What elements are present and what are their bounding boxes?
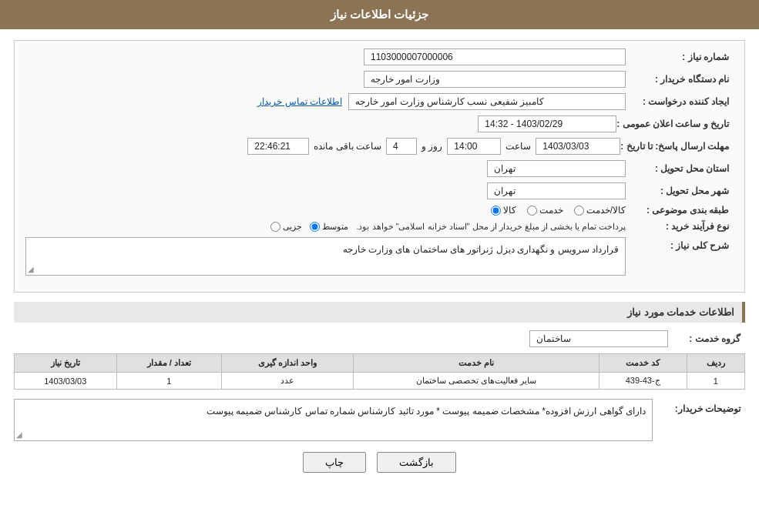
category-option-kala[interactable]: کالا: [491, 205, 516, 216]
cell-code: ج-43-439: [599, 373, 687, 390]
services-table: ردیف کد خدمت نام خدمت واحد اندازه گیری ت…: [14, 353, 745, 390]
col-date: تاریخ نیاز: [15, 354, 117, 373]
buyer-org-row: نام دستگاه خریدار : وزارت امور خارجه: [25, 71, 734, 88]
cell-date: 1403/03/03: [15, 373, 117, 390]
requester-value: کامبیز شفیعی نسب کارشناس وزارت امور خارج…: [348, 93, 626, 110]
buyer-resize-icon: ◢: [16, 430, 22, 439]
date-label: تاریخ و ساعت اعلان عمومی :: [616, 119, 734, 129]
purchase-type-row: نوع فرآیند خرید : پرداخت تمام یا بخشی از…: [25, 221, 734, 232]
category-row: طبقه بندی موضوعی : کالا/خدمت خدمت کالا: [25, 205, 734, 216]
requester-row: ایجاد کننده درخواست : کامبیز شفیعی نسب ک…: [25, 93, 734, 110]
need-number-value: 1103000007000006: [364, 49, 626, 65]
response-remaining-label: ساعت باقی مانده: [314, 141, 381, 152]
buyer-desc-label: توضیحات خریدار:: [653, 399, 745, 414]
response-time-value: 14:00: [447, 138, 501, 155]
purchase-type-option-partial[interactable]: جزیی: [270, 222, 302, 232]
buyer-org-value: وزارت امور خارجه: [364, 71, 626, 88]
response-date-value: 1403/03/03: [536, 138, 620, 155]
response-deadline-row: مهلت ارسال پاسخ: تا تاریخ : 1403/03/03 س…: [25, 138, 734, 155]
purchase-type-option-medium[interactable]: متوسط: [310, 222, 348, 232]
response-days-value: 4: [386, 138, 417, 155]
need-number-row: شماره نیاز : 1103000007000006: [25, 49, 734, 65]
services-section: اطلاعات خدمات مورد نیاز گروه خدمت : ساخت…: [14, 302, 745, 390]
category-label: طبقه بندی موضوعی :: [626, 205, 734, 216]
page-header: جزئیات اطلاعات نیاز: [0, 0, 759, 29]
response-deadline-label: مهلت ارسال پاسخ: تا تاریخ :: [620, 141, 734, 152]
col-unit: واحد اندازه گیری: [221, 354, 353, 373]
group-label: گروه خدمت :: [668, 333, 745, 344]
buyer-desc-section: توضیحات خریدار: دارای گواهی ارزش افزوده*…: [14, 399, 745, 441]
group-row: گروه خدمت : ساختمان: [14, 330, 745, 347]
response-remaining-value: 22:46:21: [247, 138, 309, 155]
table-row: 1ج-43-439سایر فعالیت‌های تخصصی ساختمانعد…: [15, 373, 745, 390]
cell-unit: عدد: [221, 373, 353, 390]
need-desc-box: قرارداد سرویس و نگهداری دیزل ژنراتور های…: [25, 237, 626, 276]
col-code: کد خدمت: [599, 354, 687, 373]
city-row: شهر محل تحویل : تهران: [25, 182, 734, 199]
date-value: 1403/02/29 - 14:32: [478, 115, 616, 132]
back-button[interactable]: بازگشت: [377, 452, 456, 473]
requester-label: ایجاد کننده درخواست :: [626, 96, 734, 107]
group-value: ساختمان: [529, 330, 668, 347]
need-desc-label: شرح کلی نیاز :: [626, 237, 734, 251]
services-section-title: اطلاعات خدمات مورد نیاز: [14, 302, 745, 323]
buyer-desc-value: دارای گواهی ارزش افزوده* مشخصات ضمیمه پی…: [207, 406, 646, 417]
response-time-label: ساعت: [505, 141, 531, 152]
purchase-type-label: نوع فرآیند خرید :: [626, 221, 734, 232]
city-label: شهر محل تحویل :: [626, 186, 734, 196]
col-name: نام خدمت: [354, 354, 599, 373]
cell-name: سایر فعالیت‌های تخصصی ساختمان: [354, 373, 599, 390]
col-row: ردیف: [687, 354, 744, 373]
province-value: تهران: [487, 160, 626, 177]
category-option-khadamat[interactable]: خدمت: [527, 205, 563, 216]
category-option-kala-khadamat[interactable]: کالا/خدمت: [574, 205, 626, 216]
payment-text: پرداخت تمام یا بخشی از مبلغ خریدار از مح…: [356, 222, 626, 232]
need-number-label: شماره نیاز :: [626, 52, 734, 62]
requester-contact-link[interactable]: اطلاعات تماس خریدار: [257, 96, 342, 107]
need-desc-row: شرح کلی نیاز : قرارداد سرویس و نگهداری د…: [25, 237, 734, 279]
cell-row: 1: [687, 373, 744, 390]
response-days-label: روز و: [421, 141, 442, 152]
col-qty: تعداد / مقدار: [116, 354, 221, 373]
buttons-row: بازگشت چاپ: [14, 452, 745, 473]
cell-qty: 1: [116, 373, 221, 390]
city-value: تهران: [487, 182, 626, 199]
buyer-desc-box: دارای گواهی ارزش افزوده* مشخصات ضمیمه پی…: [14, 399, 653, 441]
info-section: شماره نیاز : 1103000007000006 نام دستگاه…: [14, 40, 745, 293]
buyer-org-label: نام دستگاه خریدار :: [626, 74, 734, 85]
resize-icon: ◢: [28, 265, 34, 273]
province-label: استان محل تحویل :: [626, 163, 734, 174]
page-title: جزئیات اطلاعات نیاز: [331, 8, 428, 21]
print-button[interactable]: چاپ: [303, 452, 366, 473]
purchase-type-options: پرداخت تمام یا بخشی از مبلغ خریدار از مح…: [270, 222, 626, 232]
province-row: استان محل تحویل : تهران: [25, 160, 734, 177]
need-desc-value: قرارداد سرویس و نگهداری دیزل ژنراتور های…: [343, 244, 619, 255]
date-row: تاریخ و ساعت اعلان عمومی : 1403/02/29 - …: [25, 115, 734, 132]
category-radio-group: کالا/خدمت خدمت کالا: [491, 205, 626, 216]
